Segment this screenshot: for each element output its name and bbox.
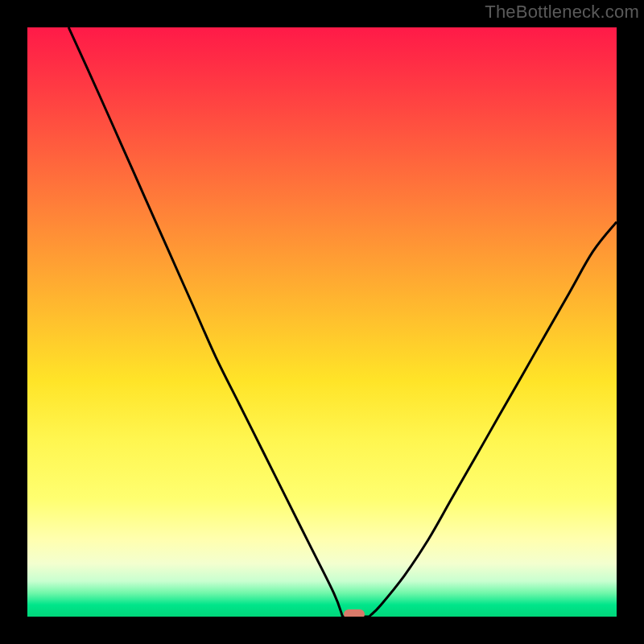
bottleneck-curve bbox=[27, 27, 617, 617]
curve-path bbox=[68, 27, 617, 617]
watermark-text: TheBottleneck.com bbox=[485, 2, 639, 23]
chart-area bbox=[27, 27, 617, 617]
optimal-marker bbox=[344, 609, 365, 617]
